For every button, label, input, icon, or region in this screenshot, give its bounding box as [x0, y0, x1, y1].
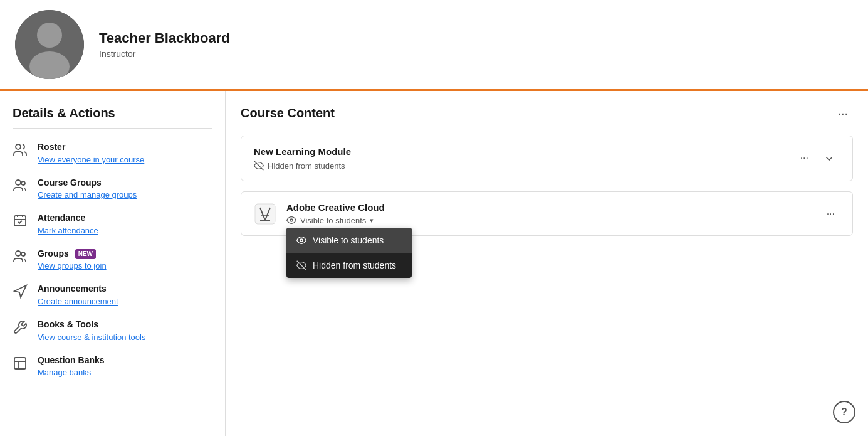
avatar-silhouette [15, 10, 84, 79]
books-tools-icon [13, 320, 30, 338]
course-groups-link[interactable]: Create and manage groups [38, 190, 137, 199]
svg-rect-11 [255, 204, 275, 224]
help-button[interactable]: ? [833, 401, 855, 423]
new-badge: NEW [75, 249, 96, 259]
svg-point-3 [16, 144, 21, 149]
content-area: Course Content ··· New Learning Module H… [226, 91, 868, 436]
content-title: Course Content [241, 106, 335, 120]
user-role: Instructor [99, 49, 230, 59]
groups-link[interactable]: View groups to join [38, 261, 107, 270]
visibility-dropdown-menu: Visible to students Hidden from students [286, 228, 412, 278]
announcements-icon [13, 284, 30, 302]
question-banks-link[interactable]: Manage banks [38, 368, 105, 377]
announcements-title: Announcements [38, 283, 118, 295]
eye-icon [286, 215, 296, 225]
sidebar-item-groups: Groups NEW View groups to join [13, 248, 212, 271]
roster-content: Roster View everyone in your course [38, 141, 144, 164]
module-card-title: New Learning Module [254, 146, 351, 157]
svg-rect-6 [14, 216, 26, 226]
sidebar-item-announcements: Announcements Create announcement [13, 283, 212, 306]
svg-point-5 [21, 181, 25, 185]
sidebar-title: Details & Actions [13, 106, 212, 129]
svg-rect-9 [14, 358, 26, 369]
svg-point-1 [37, 23, 62, 48]
announcements-content: Announcements Create announcement [38, 283, 118, 306]
link-icon [254, 203, 276, 225]
attendance-title: Attendance [38, 212, 98, 225]
sidebar-item-attendance: Attendance Mark attendance [13, 212, 212, 235]
dropdown-item-visible[interactable]: Visible to students [286, 228, 412, 253]
header: Teacher Blackboard Instructor [0, 0, 868, 91]
content-more-button[interactable]: ··· [832, 104, 853, 123]
attendance-content: Attendance Mark attendance [38, 212, 98, 235]
svg-point-8 [21, 252, 25, 256]
visibility-status-text: Visible to students [300, 216, 366, 225]
question-banks-icon [13, 356, 30, 373]
link-card-title: Adobe Creative Cloud [286, 202, 385, 213]
module-status: Hidden from students [254, 161, 351, 171]
question-banks-content: Question Banks Manage banks [38, 354, 105, 378]
svg-point-4 [16, 180, 21, 185]
groups-title: Groups NEW [38, 248, 107, 260]
books-tools-content: Books & Tools View course & institution … [38, 319, 145, 342]
course-groups-icon [13, 178, 30, 196]
sidebar-item-books-tools: Books & Tools View course & institution … [13, 319, 212, 342]
books-tools-link[interactable]: View course & institution tools [38, 332, 145, 342]
eye-icon-dropdown [296, 235, 306, 245]
dropdown-visible-label: Visible to students [313, 235, 384, 245]
sidebar: Details & Actions Roster View everyone i… [0, 91, 226, 436]
svg-point-7 [16, 251, 21, 256]
hidden-icon [254, 161, 264, 171]
dropdown-arrow-icon: ▾ [370, 216, 374, 225]
groups-icon [13, 249, 30, 267]
attendance-icon [13, 213, 30, 231]
roster-link[interactable]: View everyone in your course [38, 155, 144, 164]
link-card-more-button[interactable]: ··· [822, 206, 840, 222]
announcements-link[interactable]: Create announcement [38, 297, 118, 306]
sidebar-item-question-banks: Question Banks Manage banks [13, 354, 212, 378]
svg-point-12 [290, 219, 293, 221]
user-name: Teacher Blackboard [99, 30, 230, 46]
module-status-text: Hidden from students [268, 161, 345, 171]
course-groups-content: Course Groups Create and manage groups [38, 177, 137, 200]
dropdown-item-hidden[interactable]: Hidden from students [286, 253, 412, 278]
groups-content: Groups NEW View groups to join [38, 248, 107, 271]
sidebar-item-course-groups: Course Groups Create and manage groups [13, 177, 212, 200]
sidebar-item-roster: Roster View everyone in your course [13, 141, 212, 164]
books-tools-title: Books & Tools [38, 319, 145, 331]
content-header: Course Content ··· [241, 104, 853, 123]
visibility-dropdown-trigger[interactable]: Visible to students ▾ Visible to student [286, 215, 385, 225]
attendance-link[interactable]: Mark attendance [38, 226, 98, 235]
svg-point-13 [300, 239, 303, 242]
eye-slash-icon-dropdown [296, 260, 306, 270]
dropdown-hidden-label: Hidden from students [313, 260, 396, 270]
module-expand-button[interactable] [818, 150, 840, 167]
module-card-learning: New Learning Module Hidden from students… [241, 136, 853, 181]
roster-icon [13, 142, 30, 160]
avatar [15, 10, 84, 79]
link-card-info: Adobe Creative Cloud Visible to students… [286, 202, 385, 225]
header-info: Teacher Blackboard Instructor [99, 30, 230, 59]
course-groups-title: Course Groups [38, 177, 137, 189]
question-banks-title: Question Banks [38, 354, 105, 367]
link-card-adobe: Adobe Creative Cloud Visible to students… [241, 191, 853, 236]
main-layout: Details & Actions Roster View everyone i… [0, 91, 868, 436]
module-more-button[interactable]: ··· [795, 150, 813, 166]
roster-title: Roster [38, 141, 144, 154]
